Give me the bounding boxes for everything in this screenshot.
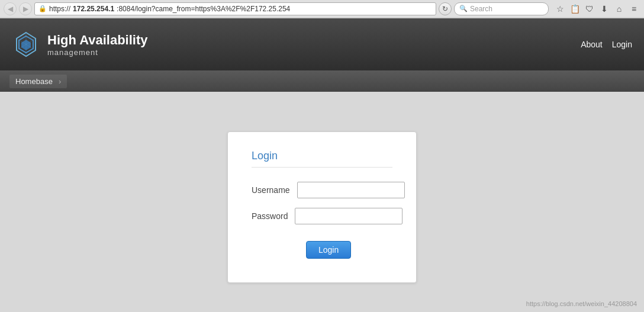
pocket-icon[interactable]: 📋 bbox=[568, 2, 581, 15]
back-button[interactable]: ◀ bbox=[4, 2, 17, 15]
browser-chrome: ◀ ▶ 🔒 https://172.25.254.1:8084/login?ca… bbox=[0, 0, 644, 18]
back-icon: ◀ bbox=[8, 5, 13, 13]
forward-button[interactable]: ▶ bbox=[19, 2, 32, 15]
forward-icon: ▶ bbox=[23, 5, 28, 13]
password-row: Password bbox=[252, 208, 392, 224]
shield-icon[interactable]: 🛡 bbox=[583, 2, 596, 15]
app-wrapper: High Availability management About Login… bbox=[0, 18, 644, 312]
logo-text: High Availability management bbox=[47, 33, 148, 57]
main-content: Login Username Password Login bbox=[0, 92, 644, 312]
url-bold: 172.25.254.1 bbox=[73, 5, 114, 13]
menu-icon[interactable]: ≡ bbox=[627, 2, 640, 15]
login-title: Login bbox=[252, 150, 392, 168]
password-label: Password bbox=[252, 211, 288, 221]
breadcrumb-homebase[interactable]: Homebase › bbox=[9, 75, 67, 88]
app-header: High Availability management About Login bbox=[0, 18, 644, 70]
about-link[interactable]: About bbox=[581, 40, 603, 49]
lock-icon: 🔒 bbox=[38, 5, 47, 12]
logo-title: High Availability bbox=[47, 33, 148, 48]
login-button[interactable]: Login bbox=[306, 241, 351, 259]
username-input[interactable] bbox=[297, 182, 405, 198]
username-label: Username bbox=[252, 185, 290, 195]
header-nav: About Login bbox=[581, 40, 632, 49]
breadcrumb-arrow-icon: › bbox=[59, 77, 61, 86]
breadcrumb-label: Homebase bbox=[15, 77, 53, 86]
download-icon[interactable]: ⬇ bbox=[598, 2, 611, 15]
url-bar[interactable]: 🔒 https://172.25.254.1:8084/login?came_f… bbox=[34, 2, 436, 15]
app-logo: High Availability management bbox=[12, 30, 148, 59]
login-card: Login Username Password Login bbox=[227, 131, 417, 283]
browser-actions: ☆ 📋 🛡 ⬇ ⌂ ≡ bbox=[553, 2, 640, 15]
logo-subtitle: management bbox=[47, 48, 148, 57]
breadcrumb-bar: Homebase › bbox=[0, 70, 644, 92]
password-input[interactable] bbox=[295, 208, 402, 224]
search-icon: 🔍 bbox=[459, 5, 468, 12]
url-suffix: :8084/login?came_from=https%3A%2F%2F172.… bbox=[117, 5, 290, 13]
url-prefix: https:// bbox=[49, 5, 70, 13]
search-bar[interactable]: 🔍 Search bbox=[454, 2, 549, 15]
reload-button[interactable]: ↻ bbox=[439, 2, 452, 15]
logo-icon bbox=[12, 30, 40, 59]
browser-toolbar: ◀ ▶ 🔒 https://172.25.254.1:8084/login?ca… bbox=[0, 0, 644, 18]
reload-icon: ↻ bbox=[442, 5, 448, 13]
search-placeholder-text: Search bbox=[470, 5, 492, 13]
watermark: https://blog.csdn.net/weixin_44208804 bbox=[526, 300, 637, 307]
login-link[interactable]: Login bbox=[612, 40, 632, 49]
username-row: Username bbox=[252, 182, 392, 198]
bookmark-icon[interactable]: ☆ bbox=[553, 2, 566, 15]
home-icon[interactable]: ⌂ bbox=[613, 2, 626, 15]
